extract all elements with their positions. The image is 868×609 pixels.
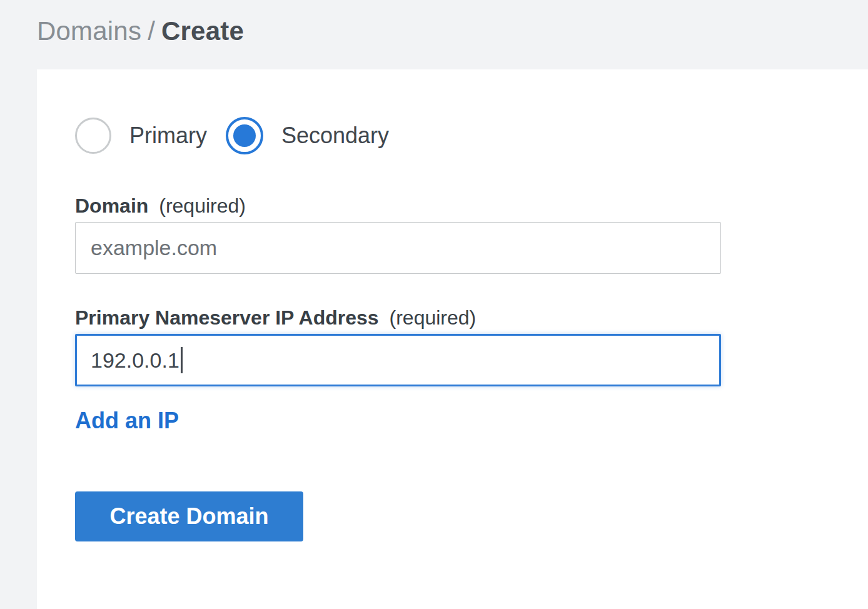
domain-input[interactable] <box>75 222 721 274</box>
add-ip-row: Add an IP <box>75 408 830 434</box>
submit-row: Create Domain <box>75 491 830 541</box>
domain-field-group: Domain (required) <box>75 194 830 274</box>
domain-label-text: Domain <box>75 194 148 217</box>
create-domain-panel: Primary Secondary Domain (required) Prim… <box>37 69 868 609</box>
domain-field-label: Domain (required) <box>75 194 830 217</box>
radio-primary-label[interactable]: Primary <box>129 123 207 149</box>
radio-option-primary[interactable]: Primary <box>75 118 207 154</box>
breadcrumb: Domains/Create <box>37 16 244 46</box>
domain-required-note: (required) <box>159 194 246 217</box>
ip-field-label: Primary Nameserver IP Address (required) <box>75 306 830 329</box>
breadcrumb-separator: / <box>148 16 155 46</box>
ip-label-text: Primary Nameserver IP Address <box>75 306 379 329</box>
create-domain-button[interactable]: Create Domain <box>75 491 303 541</box>
radio-option-secondary[interactable]: Secondary <box>226 117 389 154</box>
breadcrumb-domains[interactable]: Domains <box>37 16 141 46</box>
domain-type-radio-group: Primary Secondary <box>75 117 830 154</box>
radio-unselected-icon[interactable] <box>75 118 111 154</box>
radio-secondary-label[interactable]: Secondary <box>281 123 389 149</box>
add-an-ip-link[interactable]: Add an IP <box>75 408 179 434</box>
ip-input[interactable]: 192.0.0.1 <box>75 334 721 386</box>
text-cursor <box>181 347 183 373</box>
radio-selected-icon[interactable] <box>226 117 263 154</box>
radio-dot-icon <box>233 124 256 147</box>
breadcrumb-create: Create <box>161 16 244 46</box>
ip-input-value: 192.0.0.1 <box>91 348 179 373</box>
ip-field-group: Primary Nameserver IP Address (required)… <box>75 306 830 386</box>
ip-required-note: (required) <box>390 306 477 329</box>
